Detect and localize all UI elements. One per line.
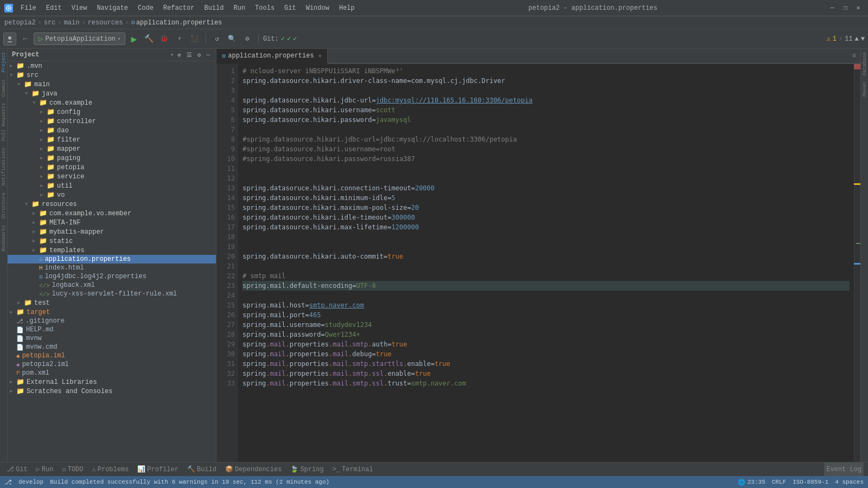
tree-item-mvnw[interactable]: 📄mvnw <box>8 334 216 343</box>
menu-item-build[interactable]: Build <box>200 3 228 13</box>
maximize-button[interactable]: ❐ <box>840 4 851 12</box>
tree-item-indexhtml[interactable]: Hindex.html <box>8 264 216 272</box>
bottom-tab-eventlog[interactable]: Event Log <box>824 463 864 476</box>
menu-item-run[interactable]: Run <box>229 3 250 13</box>
tree-item-mapper[interactable]: ▶📁mapper <box>8 144 216 153</box>
run-button[interactable]: ▶ <box>127 33 141 46</box>
build-button[interactable]: 🔨 <box>143 33 156 46</box>
menu-item-file[interactable]: File <box>16 3 41 13</box>
tree-item-java[interactable]: ▼📁java <box>8 89 216 98</box>
back-button[interactable]: ← <box>18 33 31 46</box>
menu-item-refactor[interactable]: Refactor <box>159 3 199 13</box>
minimize-button[interactable]: — <box>827 4 838 12</box>
menu-item-help[interactable]: Help <box>335 3 359 13</box>
tree-item-petopia[interactable]: ▶📁petopia <box>8 163 216 172</box>
tree-item-metainf[interactable]: ▶📁META-INF <box>8 218 216 227</box>
tree-item-vo[interactable]: ▶📁vo <box>8 190 216 200</box>
tree-item-filter[interactable]: ▶📁filter <box>8 135 216 144</box>
scroll-bottom-button[interactable]: ▼ <box>861 35 865 43</box>
left-bar-commit[interactable]: Commit <box>1 76 7 100</box>
scroll-top-button[interactable]: ▲ <box>855 35 859 43</box>
breadcrumb-item[interactable]: resources <box>88 19 123 27</box>
left-bar-pullrequests[interactable]: Pull Requests <box>1 100 7 144</box>
tree-item-dao[interactable]: ▶📁dao <box>8 126 216 135</box>
run-config-dropdown[interactable]: ▷ PetopiaApplication ▾ <box>34 33 125 45</box>
tree-item-util[interactable]: ▶📁util <box>8 181 216 190</box>
tree-item-mvn[interactable]: ▶📁.mvn <box>8 61 216 70</box>
menu-item-view[interactable]: View <box>67 3 92 13</box>
editor-tab-active[interactable]: ⚙ application.properties ✕ <box>216 49 328 64</box>
menu-item-git[interactable]: Git <box>280 3 301 13</box>
tree-item-resources[interactable]: ▼📁resources <box>8 200 216 209</box>
project-collapse-button[interactable]: ☰ <box>185 52 194 59</box>
encoding[interactable]: ISO-8859-1 <box>793 479 828 485</box>
tree-item-comexample_vo[interactable]: ▶📁com.example.vo.member <box>8 209 216 218</box>
tree-item-templates[interactable]: ▶📁templates <box>8 246 216 255</box>
tree-item-mvnwcmd[interactable]: 📄mvnw.cmd <box>8 343 216 351</box>
close-button[interactable]: ✕ <box>853 4 864 12</box>
tab-close-icon[interactable]: ✕ <box>318 53 322 59</box>
tree-item-petopiaIml[interactable]: ◆petopia.iml <box>8 351 216 360</box>
settings-button[interactable]: ⚙ <box>241 33 254 46</box>
git-branch-name[interactable]: develop <box>18 479 43 485</box>
bottom-tab-problems[interactable]: ⚠ Problems <box>90 463 131 476</box>
tree-item-src[interactable]: ▼📁src <box>8 70 216 80</box>
git-check-1[interactable]: ✓ <box>281 35 285 43</box>
tree-item-scratches[interactable]: ▶📁Scratches and Consoles <box>8 387 216 396</box>
bottom-tab-dependencies[interactable]: 📦 Dependencies <box>223 463 284 476</box>
bottom-tab-build[interactable]: 🔨 Build <box>185 463 219 476</box>
left-bar-notifications[interactable]: Notifications <box>1 144 7 189</box>
bottom-tab-terminal[interactable]: >_ Terminal <box>330 463 375 476</box>
menu-item-code[interactable]: Code <box>133 3 158 13</box>
warnings-indicator[interactable]: ⚠1 ⚡11 <box>827 35 853 43</box>
right-bar-database[interactable]: Database <box>862 49 867 79</box>
indent[interactable]: 4 spaces <box>835 479 864 485</box>
tree-item-helpmd[interactable]: 📄HELP.md <box>8 325 216 334</box>
tree-item-target[interactable]: ▶📁target <box>8 307 216 317</box>
right-bar-maven[interactable]: Maven <box>862 79 867 100</box>
bottom-tab-run[interactable]: ▷ Run <box>34 463 56 476</box>
tree-item-main[interactable]: ▼📁main <box>8 80 216 89</box>
tree-item-static[interactable]: ▶📁static <box>8 236 216 246</box>
undo-button[interactable]: ↺ <box>210 33 224 46</box>
breadcrumb-item[interactable]: src <box>44 19 56 27</box>
tree-item-controller[interactable]: ▶📁controller <box>8 117 216 126</box>
tree-item-paging[interactable]: ▶📁paging <box>8 153 216 163</box>
bottom-tab-profiler[interactable]: 📊 Profiler <box>135 463 181 476</box>
bottom-tab-git[interactable]: ⎇ Git <box>4 463 30 476</box>
tree-item-gitignore[interactable]: ⎇.gitignore <box>8 317 216 325</box>
bottom-tab-spring[interactable]: 🍃 Spring <box>288 463 326 476</box>
tree-item-lucy[interactable]: ≺/≻lucy-xss-servlet-filter-rule.xml <box>8 290 216 298</box>
coverage-button[interactable]: ⚡ <box>173 33 186 46</box>
tree-item-mybatis[interactable]: ▶📁mybatis-mapper <box>8 227 216 236</box>
left-bar-structure[interactable]: Structure <box>1 189 7 222</box>
stop-button[interactable]: ⬛ <box>188 33 201 46</box>
tree-item-log4jdbc[interactable]: ⚙log4jdbc.log4j2.properties <box>8 272 216 281</box>
git-check-2[interactable]: ✓ <box>287 35 291 43</box>
tree-item-logback[interactable]: ≺/≻logback.xml <box>8 281 216 290</box>
project-scope-button[interactable]: ⊕ <box>176 52 183 59</box>
tree-item-appprops[interactable]: ⚙application.properties <box>8 255 216 264</box>
menu-item-edit[interactable]: Edit <box>42 3 66 13</box>
tree-item-test[interactable]: ▶📁test <box>8 298 216 307</box>
breadcrumb-item[interactable]: main <box>64 19 80 27</box>
tree-item-petopia2iml[interactable]: ◆petopia2.iml <box>8 360 216 369</box>
tree-item-pomxml[interactable]: Ppom.xml <box>8 369 216 377</box>
left-bar-bookmarks[interactable]: Bookmarks <box>1 222 7 255</box>
tree-item-extlibs[interactable]: ▶📁External Libraries <box>8 377 216 387</box>
menu-item-window[interactable]: Window <box>302 3 334 13</box>
menu-item-tools[interactable]: Tools <box>251 3 279 13</box>
tab-menu-button[interactable]: ≡ <box>848 52 860 60</box>
left-bar-project[interactable]: Project <box>1 49 7 76</box>
search-button[interactable]: 🔍 <box>226 33 239 46</box>
menu-item-navigate[interactable]: Navigate <box>92 3 132 13</box>
git-check-3[interactable]: ✓ <box>293 35 297 43</box>
tree-item-config[interactable]: ▶📁config <box>8 107 216 117</box>
project-options-button[interactable]: ⚙ <box>196 52 203 59</box>
breadcrumb-item[interactable]: petopia2 <box>4 19 36 27</box>
profile-button[interactable] <box>3 33 16 46</box>
debug-button[interactable]: 🐞 <box>158 33 171 46</box>
line-ending[interactable]: CRLF <box>772 479 786 485</box>
code-content[interactable]: # ncloud-server iNBSPPU1iSSARI iNBSPMWe³… <box>238 64 854 462</box>
tree-item-service[interactable]: ▶📁service <box>8 172 216 181</box>
